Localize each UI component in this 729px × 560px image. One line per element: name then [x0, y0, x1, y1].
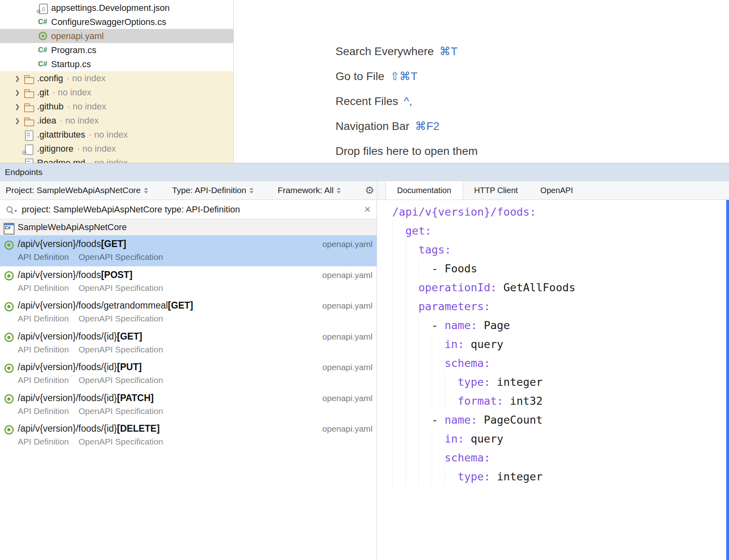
endpoint-tag: OpenAPI Specification — [78, 375, 163, 385]
tree-item-.git[interactable]: .git· no index — [0, 85, 233, 99]
indent-guide — [406, 467, 419, 486]
indent-guide — [418, 429, 432, 448]
filter-project-dropdown[interactable]: Project: SampleWebApiAspNetCore — [6, 185, 149, 195]
yaml-value: integer — [490, 376, 543, 388]
text-file-icon — [23, 158, 34, 163]
endpoint-method: [GET] — [117, 331, 142, 342]
endpoint-row[interactable]: /api/v{version}/foods/{id} [GET]openapi.… — [0, 328, 377, 359]
tree-item-ConfigureSwaggerOptions.cs[interactable]: ConfigureSwaggerOptions.cs — [0, 15, 233, 29]
endpoint-tags-line: API DefinitionOpenAPI Specification — [18, 437, 373, 447]
yaml-value: int32 — [503, 395, 543, 407]
tree-item-.gitignore[interactable]: .gitignore· no index — [0, 142, 233, 156]
yaml-key: schema: — [445, 357, 490, 369]
tree-item-.idea[interactable]: .idea· no index — [0, 113, 233, 128]
yaml-line: in: query — [392, 335, 729, 354]
endpoint-tags-line: API DefinitionOpenAPI Specification — [18, 345, 373, 354]
hint-shortcut: ⌘F2 — [415, 120, 440, 132]
indent-guide — [406, 354, 419, 373]
endpoint-path: /api/v{version}/foods/{id} — [18, 393, 117, 404]
tree-item-appsettings.Development.json[interactable]: appsettings.Development.json — [0, 1, 233, 15]
endpoints-filter-toolbar: Project: SampleWebApiAspNetCoreType: API… — [0, 181, 377, 200]
csharp-project-icon — [3, 222, 14, 233]
endpoint-path: /api/v{version}/foods — [18, 270, 101, 280]
tree-item-openapi.yaml[interactable]: openapi.yaml — [0, 29, 233, 43]
chevron-right-icon[interactable] — [11, 117, 23, 124]
editor-empty-area[interactable]: Search Everywhere⌘TGo to File⇧⌘TRecent F… — [234, 0, 729, 163]
endpoint-tags-line: API DefinitionOpenAPI Specification — [18, 314, 373, 323]
csharp-file-icon — [37, 17, 48, 27]
endpoint-tag: OpenAPI Specification — [78, 252, 163, 261]
chevron-right-icon[interactable] — [11, 89, 23, 96]
yaml-line: get: — [392, 221, 729, 240]
tree-item-Program.cs[interactable]: Program.cs — [0, 43, 233, 57]
endpoint-row[interactable]: /api/v{version}/foods/{id} [PUT]openapi.… — [0, 358, 377, 389]
tree-item-.github[interactable]: .github· no index — [0, 99, 233, 113]
tab-documentation[interactable]: Documentation — [385, 181, 463, 200]
folder-icon — [23, 115, 34, 126]
indent-guide — [392, 278, 406, 297]
sort-arrows-icon — [337, 187, 342, 194]
folder-icon — [23, 101, 34, 112]
index-status-label: · no index — [52, 87, 91, 98]
search-query-text[interactable]: project: SampleWebApiAspNetCore type: AP… — [22, 204, 240, 215]
indent-guide — [392, 259, 406, 278]
endpoint-row[interactable]: /api/v{version}/foods/{id} [DELETE]opena… — [0, 420, 377, 451]
chevron-right-icon[interactable] — [11, 75, 23, 82]
tree-item-Startup.cs[interactable]: Startup.cs — [0, 57, 233, 71]
indent-guide — [392, 316, 406, 335]
yaml-key: type: — [458, 376, 490, 388]
filter-type-dropdown[interactable]: Type: API-Definition — [172, 185, 254, 195]
indent-guide — [418, 335, 432, 354]
project-tree-panel[interactable]: appsettings.Development.jsonConfigureSwa… — [0, 0, 234, 163]
tree-item-Readme.md[interactable]: Readme.md· no index — [0, 156, 233, 163]
documentation-preview-pane[interactable]: /api/v{version}/foods:get:tags:- Foodsop… — [377, 200, 729, 560]
editor-hint: Go to File⇧⌘T — [336, 64, 478, 89]
filter-framework-dropdown[interactable]: Framework: All — [278, 185, 342, 195]
endpoints-group-row[interactable]: SampleWebApiAspNetCore — [0, 219, 377, 235]
filter-label: Framework: — [278, 185, 322, 195]
endpoint-tag: API Definition — [18, 314, 69, 323]
tree-item-.config[interactable]: .config· no index — [0, 71, 233, 85]
indent-guide — [392, 410, 406, 429]
chevron-right-icon[interactable] — [11, 103, 23, 110]
csharp-file-icon — [37, 59, 48, 70]
endpoints-search-field[interactable]: project: SampleWebApiAspNetCore type: AP… — [0, 200, 377, 219]
yaml-value: GetAllFoods — [497, 281, 575, 294]
indent-guide — [406, 448, 419, 467]
yaml-line: schema: — [392, 448, 729, 467]
tree-item-label: ConfigureSwaggerOptions.cs — [51, 17, 166, 27]
yaml-line: schema: — [392, 354, 729, 373]
endpoint-title-line: /api/v{version}/foods/{id} [PUT]openapi.… — [18, 362, 373, 373]
tab-openapi[interactable]: OpenAPI — [529, 181, 584, 200]
endpoint-row[interactable]: /api/v{version}/foods/getrandommeal [GET… — [0, 297, 377, 328]
endpoints-list-pane: project: SampleWebApiAspNetCore type: AP… — [0, 200, 377, 560]
yaml-key: name: — [445, 414, 477, 426]
sort-arrows-icon — [249, 187, 254, 194]
doc-scrollbar[interactable] — [726, 200, 729, 560]
clear-search-button[interactable] — [364, 204, 371, 215]
indent-guide — [406, 391, 419, 410]
endpoint-main: /api/v{version}/foods [GET]openapi.yamlA… — [18, 239, 373, 266]
json-file-icon — [37, 3, 48, 13]
tab-http-client[interactable]: HTTP Client — [463, 181, 529, 200]
endpoint-row[interactable]: /api/v{version}/foods [GET]openapi.yamlA… — [0, 235, 377, 266]
indent-guide — [418, 448, 432, 467]
tree-item-.gitattributes[interactable]: .gitattributes· no index — [0, 128, 233, 142]
yaml-line: type: integer — [392, 373, 729, 391]
search-history-chevron-icon[interactable] — [14, 204, 17, 215]
endpoint-path: /api/v{version}/foods/{id} — [18, 423, 117, 434]
filter-value: SampleWebApiAspNetCore — [34, 185, 141, 195]
endpoint-tag: OpenAPI Specification — [78, 314, 163, 323]
endpoint-tags-line: API DefinitionOpenAPI Specification — [18, 283, 373, 293]
indent-guide — [406, 410, 419, 429]
editor-hint: Navigation Bar⌘F2 — [336, 114, 478, 139]
endpoint-path: /api/v{version}/foods/{id} — [18, 331, 117, 342]
settings-gear-button[interactable] — [365, 184, 374, 197]
endpoint-tag: API Definition — [18, 437, 69, 446]
endpoint-row[interactable]: /api/v{version}/foods/{id} [PATCH]openap… — [0, 389, 377, 420]
endpoint-row[interactable]: /api/v{version}/foods [POST]openapi.yaml… — [0, 266, 377, 297]
endpoints-tool-window-header[interactable]: Endpoints — [0, 163, 729, 181]
yaml-value: - — [432, 319, 445, 331]
endpoint-title-line: /api/v{version}/foods/getrandommeal [GET… — [18, 300, 373, 311]
yaml-line: format: int32 — [392, 391, 729, 410]
